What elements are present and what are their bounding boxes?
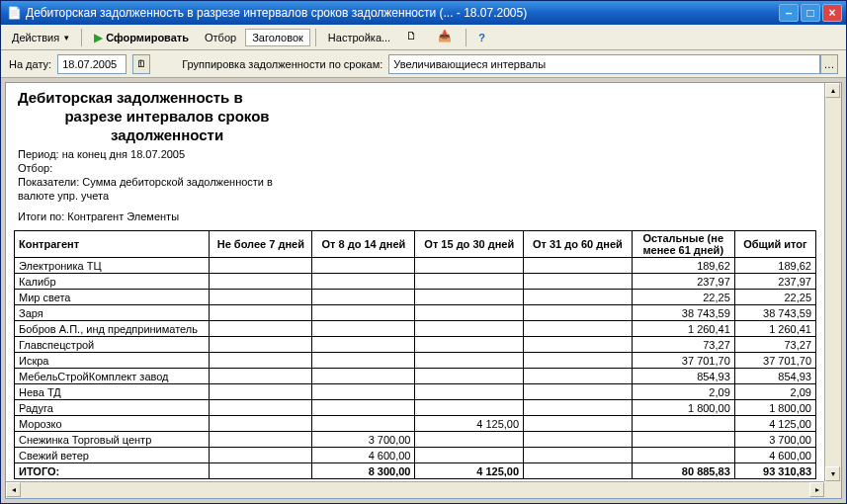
help-icon: ?	[478, 32, 485, 43]
tool-icon-2[interactable]: 📥	[431, 27, 461, 48]
minimize-button[interactable]: –	[779, 4, 799, 22]
filter-line: Отбор:	[18, 162, 812, 176]
col-c3: От 15 до 30 дней	[415, 231, 524, 258]
header-row: Контрагент Не более 7 дней От 8 до 14 дн…	[15, 231, 816, 258]
separator	[315, 29, 316, 46]
period-line: Период: на конец дня 18.07.2005	[18, 148, 812, 162]
separator	[466, 29, 466, 46]
group-field: …	[388, 54, 838, 74]
toolbar: Действия ▶ Сформировать Отбор Заголовок …	[1, 25, 846, 50]
table-row[interactable]: Электроника ТЦ189,62189,62	[15, 258, 816, 274]
parameter-row: На дату: 🗓 Группировка задолженности по …	[1, 50, 846, 78]
scroll-up-button[interactable]: ▴	[825, 83, 840, 98]
report-viewport[interactable]: Дебиторская задолженность в разрезе инте…	[6, 83, 824, 481]
scroll-right-button[interactable]: ▸	[809, 482, 824, 497]
actions-menu[interactable]: Действия	[5, 29, 76, 46]
report-title: Дебиторская задолженность в разрезе инте…	[14, 87, 320, 146]
maximize-button[interactable]: □	[801, 4, 820, 22]
vertical-scrollbar[interactable]: ▴ ▾	[824, 83, 841, 481]
filter-button[interactable]: Отбор	[198, 29, 243, 46]
total-row: ИТОГО:8 300,004 125,0080 885,8393 310,83	[15, 463, 816, 479]
app-icon: 📄	[7, 6, 22, 20]
close-button[interactable]: ×	[822, 4, 842, 22]
horizontal-scrollbar[interactable]: ◂ ▸	[6, 481, 824, 498]
table-row[interactable]: Искра37 701,7037 701,70	[15, 353, 816, 369]
save-icon: 📥	[438, 30, 454, 45]
indicators-l2: валюте упр. учета	[18, 190, 812, 204]
totals-by-line: Итоги по: Контрагент Элементы	[18, 210, 812, 224]
scrollbar-corner	[824, 481, 841, 498]
col-c1: Не более 7 дней	[210, 231, 312, 258]
table-row[interactable]: Снежинка Торговый центр3 700,003 700,00	[15, 432, 816, 448]
col-c4: От 31 до 60 дней	[524, 231, 633, 258]
restore-icon: 🗋	[406, 30, 422, 45]
table-row[interactable]: Нева ТД2,092,09	[15, 384, 816, 400]
report-meta: Период: на конец дня 18.07.2005 Отбор: П…	[14, 146, 816, 226]
indicators-l1: Показатели: Сумма дебиторской задолженно…	[18, 176, 812, 190]
help-button[interactable]: ?	[471, 29, 492, 46]
table-row[interactable]: Свежий ветер4 600,004 600,00	[15, 448, 816, 463]
header-button[interactable]: Заголовок	[245, 29, 310, 46]
report-table: Контрагент Не более 7 дней От 8 до 14 дн…	[14, 230, 816, 479]
table-row[interactable]: Заря38 743,5938 743,59	[15, 305, 816, 321]
date-input[interactable]	[57, 54, 127, 74]
play-icon: ▶	[94, 31, 103, 44]
col-c6: Общий итог	[734, 231, 815, 258]
tool-icon-1[interactable]: 🗋	[399, 27, 429, 48]
titlebar: 📄 Дебиторская задолженность в разрезе ин…	[1, 1, 846, 25]
scroll-down-button[interactable]: ▾	[825, 466, 840, 481]
group-input[interactable]	[388, 54, 820, 74]
date-label: На дату:	[9, 58, 51, 70]
table-row[interactable]: Главспецстрой73,2773,27	[15, 337, 816, 353]
table-row[interactable]: Мир света22,2522,25	[15, 290, 816, 305]
col-c2: От 8 до 14 дней	[312, 231, 415, 258]
group-label: Группировка задолженности по срокам:	[182, 58, 382, 70]
report-area: Дебиторская задолженность в разрезе инте…	[5, 82, 842, 499]
table-row[interactable]: Бобров А.П., инд предприниматель1 260,41…	[15, 321, 816, 337]
col-c5: Остальные (не менее 61 дней)	[632, 231, 734, 258]
app-window: 📄 Дебиторская задолженность в разрезе ин…	[0, 0, 847, 504]
calendar-icon: 🗓	[136, 58, 146, 69]
table-row[interactable]: Радуга1 800,001 800,00	[15, 400, 816, 416]
form-button[interactable]: ▶ Сформировать	[87, 28, 196, 47]
table-row[interactable]: Морозко4 125,004 125,00	[15, 416, 816, 432]
group-ellipsis-button[interactable]: …	[820, 54, 838, 74]
table-row[interactable]: МебельСтройКомплект завод854,93854,93	[15, 369, 816, 384]
scroll-left-button[interactable]: ◂	[6, 482, 21, 497]
separator	[81, 29, 82, 46]
table-row[interactable]: Калибр237,97237,97	[15, 274, 816, 290]
calendar-button[interactable]: 🗓	[132, 54, 150, 74]
col-contragent: Контрагент	[15, 231, 210, 258]
settings-button[interactable]: Настройка...	[321, 29, 397, 46]
window-title: Дебиторская задолженность в разрезе инте…	[26, 6, 777, 20]
